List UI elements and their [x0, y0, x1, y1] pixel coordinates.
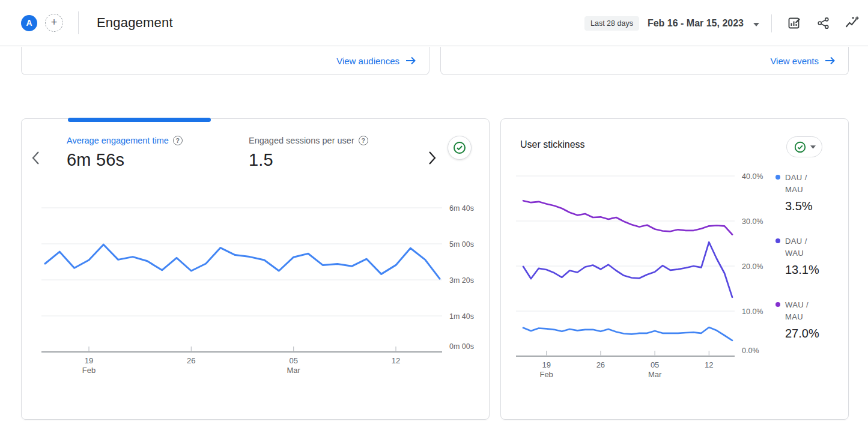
- tab-average-engagement-time[interactable]: Average engagement time 6m 56s: [67, 136, 183, 170]
- svg-text:3m 20s: 3m 20s: [449, 276, 474, 285]
- legend-label: DAU / MAU: [785, 172, 816, 196]
- header-divider-2: [771, 14, 772, 32]
- help-icon[interactable]: [359, 136, 368, 145]
- metric-value: 1.5: [249, 150, 368, 170]
- caret-down-icon[interactable]: [753, 18, 759, 29]
- svg-text:19: 19: [542, 360, 550, 369]
- engagement-time-chart: 6m 40s5m 00s3m 20s1m 40s0m 00s19Feb2605M…: [41, 203, 482, 383]
- share-icon[interactable]: [813, 13, 833, 34]
- date-range-chip: Last 28 days: [584, 16, 639, 31]
- caret-down-icon: [810, 145, 816, 149]
- svg-text:Feb: Feb: [82, 366, 96, 375]
- chart-legend: DAU / MAU 3.5% DAU / WAU 13.1% WAU / MAU…: [775, 172, 842, 341]
- engagement-metrics-card: Average engagement time 6m 56s Engaged s…: [21, 118, 490, 420]
- carousel-next-button[interactable]: [423, 148, 441, 168]
- svg-text:Mar: Mar: [648, 370, 662, 379]
- header-left: A Engagement: [0, 11, 173, 34]
- audiences-card-footer: View audiences: [21, 47, 429, 75]
- view-audiences-link[interactable]: View audiences: [336, 56, 416, 66]
- avatar-letter: A: [26, 18, 32, 28]
- svg-text:26: 26: [596, 360, 605, 369]
- svg-text:1m 40s: 1m 40s: [449, 312, 474, 321]
- header-right: Last 28 days Feb 16 - Mar 15, 2023: [584, 0, 862, 46]
- svg-text:10.0%: 10.0%: [742, 307, 763, 316]
- svg-text:12: 12: [705, 360, 713, 369]
- data-quality-dropdown-button[interactable]: [786, 136, 822, 157]
- tab-engaged-sessions-per-user[interactable]: Engaged sessions per user 1.5: [249, 136, 368, 170]
- svg-text:0m 00s: 0m 00s: [449, 342, 474, 351]
- check-circle-icon: [452, 141, 467, 155]
- metric-value: 6m 56s: [67, 150, 183, 170]
- legend-value: 3.5%: [785, 199, 842, 213]
- page-title: Engagement: [97, 15, 173, 31]
- insights-icon[interactable]: [842, 13, 862, 34]
- svg-text:12: 12: [392, 356, 400, 365]
- events-card-footer: View events: [440, 47, 849, 75]
- svg-text:30.0%: 30.0%: [742, 217, 763, 226]
- legend-value: 27.0%: [785, 327, 842, 341]
- legend-item-wau-mau: WAU / MAU 27.0%: [775, 299, 842, 341]
- svg-text:20.0%: 20.0%: [742, 262, 763, 271]
- metric-label: Engaged sessions per user: [249, 136, 354, 145]
- arrow-right-icon: [405, 56, 416, 65]
- svg-text:0.0%: 0.0%: [742, 347, 759, 355]
- help-icon[interactable]: [173, 136, 183, 145]
- legend-dot-icon: [775, 175, 780, 180]
- legend-dot-icon: [775, 302, 780, 307]
- metric-label: Average engagement time: [67, 136, 169, 145]
- account-avatar[interactable]: A: [21, 15, 37, 31]
- legend-item-dau-mau: DAU / MAU 3.5%: [775, 172, 842, 213]
- user-stickiness-card: User stickiness 40.0%30.0%20.0%10.0%0.0%…: [500, 118, 849, 420]
- user-stickiness-chart: 40.0%30.0%20.0%10.0%0.0%19Feb2605Mar12: [516, 171, 774, 387]
- card-title: User stickiness: [520, 139, 585, 150]
- legend-label: WAU / MAU: [785, 299, 816, 323]
- legend-label: DAU / WAU: [785, 235, 816, 259]
- svg-text:05: 05: [289, 356, 297, 365]
- carousel-prev-button[interactable]: [26, 148, 44, 168]
- customize-report-icon[interactable]: [784, 13, 804, 34]
- svg-text:Mar: Mar: [287, 366, 300, 375]
- plus-icon[interactable]: [45, 14, 63, 32]
- svg-text:6m 40s: 6m 40s: [449, 204, 474, 213]
- svg-text:26: 26: [187, 356, 195, 365]
- app-header: A Engagement Last 28 days Feb 16 - Mar 1…: [0, 0, 868, 46]
- header-divider: [78, 11, 79, 34]
- check-circle-icon: [794, 141, 807, 154]
- legend-dot-icon: [775, 238, 780, 243]
- arrow-right-icon: [825, 56, 835, 65]
- selected-tab-indicator: [68, 118, 211, 122]
- view-audiences-label: View audiences: [336, 56, 399, 66]
- svg-text:40.0%: 40.0%: [742, 172, 763, 181]
- svg-text:19: 19: [85, 356, 93, 365]
- svg-text:05: 05: [651, 360, 659, 369]
- svg-text:5m 00s: 5m 00s: [449, 240, 474, 249]
- date-range-picker[interactable]: Feb 16 - Mar 15, 2023: [648, 18, 744, 29]
- legend-item-dau-wau: DAU / WAU 13.1%: [775, 235, 842, 277]
- view-events-label: View events: [770, 56, 819, 66]
- data-quality-button[interactable]: [448, 136, 472, 160]
- legend-value: 13.1%: [785, 263, 842, 277]
- view-events-link[interactable]: View events: [770, 56, 835, 66]
- svg-text:Feb: Feb: [539, 370, 553, 379]
